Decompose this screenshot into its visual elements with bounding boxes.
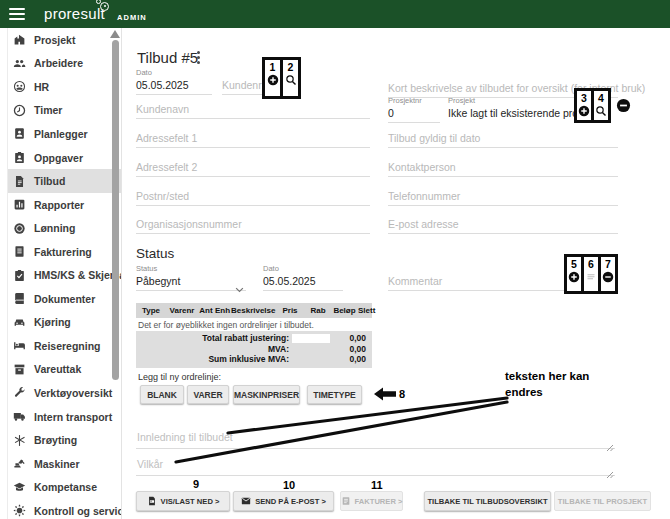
action-button-label: SEND PÅ E-POST > (255, 497, 326, 506)
sidebar-scrollbar-thumb[interactable] (112, 40, 119, 380)
sidebar-item-label: Maskiner (34, 458, 80, 470)
sidebar-item-l-nning[interactable]: Lønning (8, 216, 121, 240)
action-button-send-p-e-post[interactable]: SEND PÅ E-POST > (233, 491, 334, 511)
action-button-vis-last-ned[interactable]: VIS/LAST NED > (136, 491, 230, 511)
sidebar-item-oppgaver[interactable]: Oppgaver (8, 146, 121, 170)
resize-handle-icon[interactable] (606, 465, 614, 473)
left-edge-strip (0, 28, 8, 519)
summary-value: 0,00 (330, 333, 372, 343)
sidebar-item-label: Verktøyoversikt (34, 387, 112, 399)
resize-handle-icon[interactable] (606, 438, 614, 446)
sidebar-scroll-up-arrow[interactable] (110, 30, 120, 38)
dato-field[interactable]: Dato 05.05.2025 (136, 68, 212, 95)
summary-spacer (292, 355, 330, 364)
sidebar-item-rapporter[interactable]: Rapporter (8, 193, 121, 217)
kundenavn-field[interactable]: Kundenavn (136, 100, 370, 119)
vilkar-textarea[interactable]: Vilkår (136, 452, 615, 476)
sidebar-item-label: Lønning (34, 222, 75, 234)
adressefelt2-field[interactable]: Adressefelt 2 (136, 158, 370, 177)
top-bar: proresult ADMIN (0, 0, 670, 28)
prosjektnr-label: Prosjektnr (388, 96, 440, 106)
sidebar-item-br-yting[interactable]: Brøyting (8, 428, 121, 452)
add-line-button-varer[interactable]: VARER (187, 385, 229, 404)
sidebar-item-label: HMS/KS & Skjema (34, 269, 121, 281)
status-select[interactable]: Status Påbegynt (136, 264, 246, 291)
sidebar-item-kj-ring[interactable]: Kjøring (8, 311, 121, 335)
add-line-button-maskinpriser[interactable]: MASKINPRISER (233, 385, 300, 404)
sidebar-item-intern-transport[interactable]: Intern transport (8, 405, 121, 429)
sidebar-item-label: Timer (34, 104, 62, 116)
sidebar-item-hms-ks-skjema[interactable]: HMS/KS & Skjema (8, 263, 121, 287)
column-header-ant: Ant (198, 306, 214, 315)
annotation-box-number: 3 (581, 92, 587, 105)
sidebar-item-fakturering[interactable]: Fakturering (8, 240, 121, 264)
column-header-pris: Pris (275, 306, 305, 315)
bed-icon (13, 339, 26, 352)
empty-message-text: Det er for øyeblikket ingen ordrelinjer … (138, 320, 314, 330)
sidebar-item-tilbud[interactable]: Tilbud (8, 169, 121, 193)
sidebar-divider (121, 28, 122, 519)
sidebar-item-prosjekt[interactable]: Prosjekt (8, 28, 121, 52)
annotation-box-number: 5 (571, 258, 577, 271)
add-line-button-blank[interactable]: BLANK (140, 385, 184, 404)
column-header-beskrivelse: Beskrivelse (231, 306, 275, 315)
status-dato-label: Dato (263, 264, 343, 274)
sidebar-item-verkt-yoversikt[interactable]: Verktøyoversikt (8, 381, 121, 405)
annotation-box-number: 1 (270, 61, 276, 74)
sidebar-item-label: Prosjekt (34, 34, 75, 46)
summary-label: Sum inklusive MVA: (208, 354, 289, 364)
add-line-button-timetype[interactable]: TIMETYPE (307, 385, 362, 404)
column-header-type: Type (136, 306, 166, 315)
summary-value: 0,00 (330, 354, 372, 364)
kontaktperson-field[interactable]: Kontaktperson (388, 158, 618, 177)
sidebar-item-kontroll-og-service[interactable]: Kontroll og service (8, 499, 121, 519)
gyldig-til-dato-field[interactable]: Tilbud gyldig til dato (388, 129, 618, 148)
annotation-note: teksten her kan endres (505, 368, 605, 400)
proresult-logo: proresult (44, 0, 105, 28)
innledning-textarea[interactable]: Innledning til tilbudet (136, 424, 615, 449)
dato-value: 05.05.2025 (136, 78, 212, 92)
postnr-field[interactable]: Postnr/sted (136, 187, 370, 206)
status-dato-field[interactable]: Dato 05.05.2025 (263, 264, 343, 291)
column-header-varenr: Varenr (166, 306, 198, 315)
car-icon (13, 316, 26, 329)
prosjektnr-field[interactable]: Prosjektnr 0 (388, 96, 440, 123)
kundenr-field[interactable]: Kundenr (222, 76, 262, 95)
dato-label: Dato (136, 68, 212, 78)
sidebar-item-planlegger[interactable]: Planlegger (8, 122, 121, 146)
action-button-tilbake-til-tilbudsoversikt[interactable]: TILBAKE TIL TILBUDSOVERSIKT (424, 491, 551, 511)
telefonnummer-field[interactable]: Telefonnummer (388, 187, 618, 206)
sidebar-item-dokumenter[interactable]: Dokumenter (8, 287, 121, 311)
summary-spacer (292, 344, 330, 353)
invoice-icon (341, 496, 351, 506)
action-button-label: TILBAKE TIL PROSJEKT (558, 497, 647, 506)
sidebar-item-reiseregning[interactable]: Reiseregning (8, 334, 121, 358)
adressefelt1-field[interactable]: Adressefelt 1 (136, 129, 370, 148)
kundenr-placeholder: Kundenr (222, 79, 262, 91)
sidebar-item-maskiner[interactable]: Maskiner (8, 452, 121, 476)
clipboard-person-icon (13, 151, 26, 164)
postnr-placeholder: Postnr/sted (136, 190, 189, 202)
status-heading: Status (136, 246, 174, 261)
column-header-enh: Enh (214, 306, 231, 315)
sidebar-item-hr[interactable]: HR (8, 75, 121, 99)
kebab-menu-icon[interactable] (197, 51, 201, 66)
hr-icon (13, 80, 26, 93)
rabatt-input[interactable] (292, 334, 330, 343)
epost-field[interactable]: E-post adresse (388, 215, 618, 234)
annotation-number-10: 10 (283, 479, 295, 491)
annotation-group: 34 (574, 88, 611, 123)
orgnr-field[interactable]: Organisasjonsnummer (136, 215, 370, 234)
sidebar-item-kompetanse[interactable]: Kompetanse (8, 475, 121, 499)
sidebar-item-vareuttak[interactable]: Vareuttak (8, 358, 121, 382)
grad-cap-icon (13, 481, 26, 494)
sidebar-item-timer[interactable]: Timer (8, 99, 121, 123)
summary-row-mva: MVA:0,00 (136, 344, 372, 355)
status-value: Påbegynt (136, 274, 246, 288)
hamburger-menu-icon[interactable] (9, 8, 25, 20)
inventory-icon (13, 363, 26, 376)
order-lines-table: TypeVarenrAntEnhBeskrivelsePrisRabBeløpS… (136, 303, 372, 368)
sidebar-item-arbeidere[interactable]: Arbeidere (8, 52, 121, 76)
sidebar-item-label: HR (34, 81, 49, 93)
prosjektnr-value: 0 (388, 106, 440, 120)
